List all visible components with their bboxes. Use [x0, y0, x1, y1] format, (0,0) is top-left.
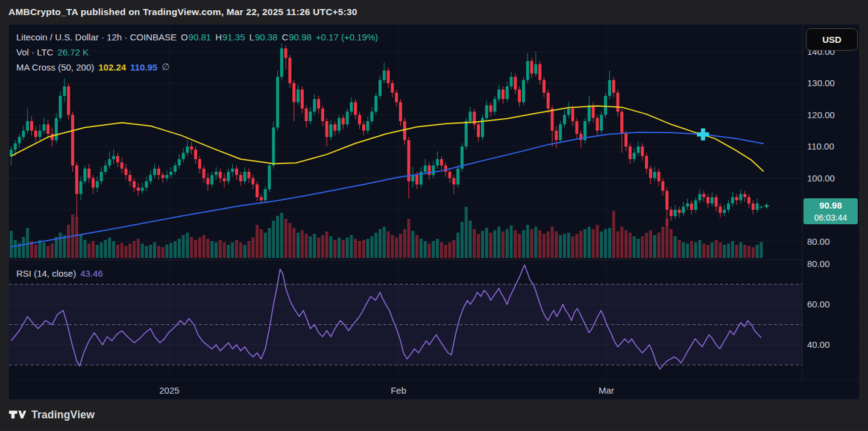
last-price-label: 90.98 06:03:44	[804, 198, 858, 224]
volume-bars	[10, 207, 763, 258]
published-header: AMBCrypto_TA published on TradingView.co…	[8, 0, 357, 24]
volume-legend-row[interactable]: Vol · LTC 26.72 K	[16, 46, 378, 58]
ma200-value: 110.95	[130, 62, 157, 72]
ohlc-open: O90.81	[181, 32, 211, 42]
rsi-axis-label: 60.00	[807, 299, 859, 310]
ma-cross-legend-row[interactable]: MA Cross (50, 200) 102.24 110.95 ∅	[16, 61, 378, 73]
candle-countdown: 06:03:44	[814, 212, 848, 224]
tradingview-logo-icon[interactable]	[8, 407, 27, 422]
currency-usd-button[interactable]: USD	[806, 28, 858, 51]
ohlc-close: C90.98	[281, 32, 311, 42]
last-price-tick-icon	[764, 204, 769, 209]
volume-value: 26.72 K	[57, 47, 89, 57]
rsi-legend: RSI (14, close) 43.46	[16, 267, 103, 279]
rsi-legend-row[interactable]: RSI (14, close) 43.46	[16, 267, 103, 279]
volume-label: Vol · LTC	[16, 47, 53, 57]
price-axis-label: 120.00	[807, 110, 859, 121]
price-axis-label: 110.00	[807, 141, 859, 152]
ohlc-low: L90.38	[250, 32, 278, 42]
ma50-value: 102.24	[98, 62, 126, 72]
change-value: +0.17 (+0.19%)	[316, 32, 378, 42]
chart-panel: Litecoin / U.S. Dollar · 12h · COINBASE …	[8, 24, 860, 400]
rsi-axis-label: 80.00	[807, 259, 859, 269]
price-chart[interactable]	[9, 25, 860, 380]
time-axis-label: Feb	[374, 380, 423, 400]
ma-cross-marker[interactable]	[697, 128, 709, 140]
symbol-title: Litecoin / U.S. Dollar · 12h · COINBASE	[16, 32, 177, 42]
ma50-line	[11, 106, 764, 171]
ma200-line	[11, 132, 764, 247]
rsi-axis-label: 40.00	[807, 339, 859, 350]
price-axis-label: 130.00	[807, 78, 859, 89]
last-price-value: 90.98	[819, 200, 842, 212]
footer: TradingView	[8, 404, 95, 426]
time-axis[interactable]: 2025FebMar	[9, 380, 802, 400]
time-axis-label: Mar	[582, 380, 631, 400]
rsi-value: 43.46	[80, 268, 103, 278]
main-legend: Litecoin / U.S. Dollar · 12h · COINBASE …	[16, 31, 378, 73]
ma-cross-label: MA Cross (50, 200)	[16, 62, 94, 72]
ohlc-high: H91.35	[215, 32, 245, 42]
rsi-label: RSI (14, close)	[16, 268, 76, 278]
price-axis-label: 100.00	[807, 173, 859, 184]
tradingview-brand-text[interactable]: TradingView	[31, 409, 95, 421]
time-axis-label: 2025	[145, 380, 193, 400]
symbol-legend-row[interactable]: Litecoin / U.S. Dollar · 12h · COINBASE …	[16, 31, 378, 43]
price-axis-label: 80.00	[807, 236, 859, 247]
cross-count-icon: ∅	[162, 61, 169, 72]
